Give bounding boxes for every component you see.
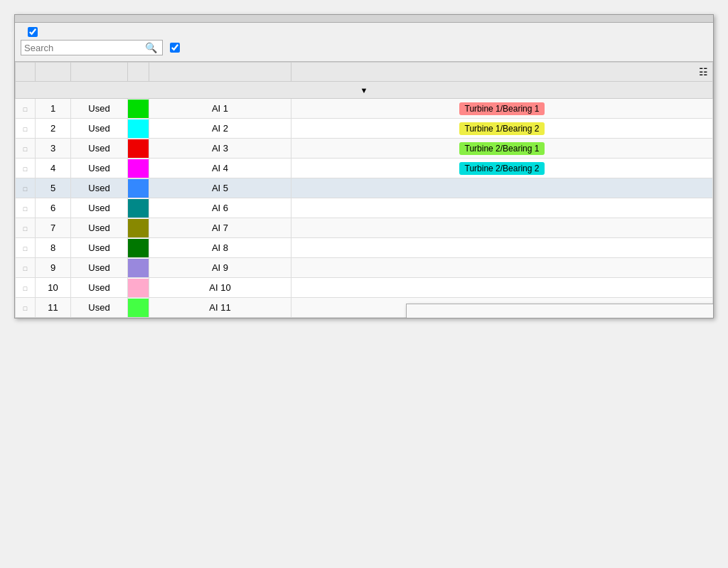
row-color-cell[interactable] (128, 278, 149, 298)
tag-badge[interactable]: Turbine 1/Bearing 2 (459, 122, 545, 135)
collapse-icon[interactable]: ▼ (360, 86, 368, 95)
color-swatch (128, 219, 149, 237)
row-name-cell: AI 9 (149, 258, 291, 278)
color-swatch (128, 100, 149, 118)
color-swatch (128, 279, 149, 297)
table-row[interactable]: □ 4 Used AI 4 Turbine 2/Bearing 2 (16, 159, 713, 178)
search-box[interactable]: 🔍 (21, 40, 163, 55)
row-color-cell[interactable] (128, 139, 149, 159)
row-tag-cell[interactable] (291, 238, 713, 258)
row-id-cell: 7 (36, 218, 71, 238)
row-color-cell[interactable] (128, 198, 149, 218)
group-channels-checkbox-label[interactable] (170, 43, 183, 53)
row-expand-icon: □ (23, 245, 27, 252)
row-used-cell: Used (71, 298, 128, 318)
color-swatch (128, 119, 149, 138)
row-tag-cell[interactable] (291, 198, 713, 218)
tags-header: ☷ (291, 63, 713, 82)
color-swatch (128, 239, 149, 257)
color-swatch (128, 179, 149, 198)
row-name-cell: AI 5 (149, 178, 291, 198)
row-id-cell: 8 (36, 238, 71, 258)
group-header-cell: ▼ (16, 82, 713, 99)
group-channels-checkbox[interactable] (170, 43, 180, 53)
row-color-cell[interactable] (128, 218, 149, 238)
color-swatch (128, 159, 149, 178)
name-header (149, 63, 291, 82)
row-name-cell: AI 6 (149, 198, 291, 218)
search-input[interactable] (24, 43, 145, 53)
row-expand-cell: □ (16, 298, 36, 318)
row-expand-icon: □ (23, 166, 27, 173)
row-expand-icon: □ (23, 285, 27, 292)
row-expand-cell: □ (16, 139, 36, 159)
table-body: ▼ □ 1 Used AI 1 Turbine 1/Bearing 1 □ 2 … (16, 82, 713, 318)
row-expand-cell: □ (16, 119, 36, 139)
row-used-cell: Used (71, 159, 128, 178)
row-used-cell: Used (71, 119, 128, 139)
table-row[interactable]: □ 10 Used AI 10 (16, 278, 713, 298)
tag-badge[interactable]: Turbine 2/Bearing 2 (459, 162, 545, 175)
row-name-cell: AI 11 (149, 298, 291, 318)
row-color-cell[interactable] (128, 298, 149, 318)
show-channel-setup-checkbox[interactable] (28, 27, 38, 37)
row-expand-cell: □ (16, 218, 36, 238)
row-color-cell[interactable] (128, 238, 149, 258)
tag-badge[interactable]: Turbine 2/Bearing 1 (459, 142, 545, 155)
row-expand-icon: □ (23, 225, 27, 232)
tags-header-icon[interactable]: ☷ (699, 66, 708, 77)
row-expand-icon: □ (23, 186, 27, 193)
row-name-cell: AI 3 (149, 139, 291, 159)
row-id-cell: 4 (36, 159, 71, 178)
table-row[interactable]: □ 1 Used AI 1 Turbine 1/Bearing 1 (16, 99, 713, 119)
channel-table: ☷ ▼ □ 1 Used AI 1 Tu (15, 62, 713, 318)
row-name-cell: AI 7 (149, 218, 291, 238)
row-id-cell: 10 (36, 278, 71, 298)
toolbar-row-1 (21, 27, 707, 37)
row-used-cell: Used (71, 139, 128, 159)
row-expand-icon: □ (23, 305, 27, 312)
tag-dropdown[interactable]: ⌄ Turbine 1Turbine 1/Bearing 1Turbine 1/… (406, 304, 713, 318)
row-tag-cell[interactable]: Turbine 1/Bearing 2 (291, 119, 713, 139)
row-id-cell: 3 (36, 139, 71, 159)
row-tag-cell[interactable]: Turbine 2/Bearing 1 (291, 139, 713, 159)
row-used-cell: Used (71, 99, 128, 119)
row-color-cell[interactable] (128, 258, 149, 278)
row-used-cell: Used (71, 278, 128, 298)
row-color-cell[interactable] (128, 119, 149, 139)
table-row[interactable]: □ 9 Used AI 9 (16, 258, 713, 278)
row-tag-cell[interactable] (291, 218, 713, 238)
row-expand-icon: □ (23, 146, 27, 153)
search-icon: 🔍 (145, 42, 157, 53)
row-tag-cell[interactable] (291, 178, 713, 198)
toolbar: 🔍 (15, 23, 713, 61)
color-swatch (128, 259, 149, 277)
table-row[interactable]: □ 8 Used AI 8 (16, 238, 713, 258)
table-row[interactable]: □ 7 Used AI 7 (16, 218, 713, 238)
row-used-cell: Used (71, 198, 128, 218)
row-id-cell: 5 (36, 178, 71, 198)
table-header-row: ☷ (16, 63, 713, 82)
show-channel-setup-checkbox-label[interactable] (28, 27, 41, 37)
row-id-cell: 2 (36, 119, 71, 139)
row-color-cell[interactable] (128, 99, 149, 119)
row-tag-cell[interactable] (291, 258, 713, 278)
table-row[interactable]: □ 6 Used AI 6 (16, 198, 713, 218)
table-container: ☷ ▼ □ 1 Used AI 1 Tu (15, 61, 713, 318)
row-tag-cell[interactable]: Turbine 2/Bearing 2 (291, 159, 713, 178)
tag-badge[interactable]: Turbine 1/Bearing 1 (459, 102, 545, 115)
color-header (128, 63, 149, 82)
row-used-cell: Used (71, 218, 128, 238)
row-id-cell: 6 (36, 198, 71, 218)
table-row[interactable]: □ 2 Used AI 2 Turbine 1/Bearing 2 (16, 119, 713, 139)
table-row[interactable]: □ 5 Used AI 5 (16, 178, 713, 198)
row-expand-cell: □ (16, 159, 36, 178)
row-tag-cell[interactable]: Turbine 1/Bearing 1 (291, 99, 713, 119)
color-swatch (128, 199, 149, 218)
plus-header[interactable] (16, 63, 36, 82)
row-tag-cell[interactable] (291, 278, 713, 298)
row-color-cell[interactable] (128, 159, 149, 178)
table-row[interactable]: □ 3 Used AI 3 Turbine 2/Bearing 1 (16, 139, 713, 159)
row-expand-cell: □ (16, 198, 36, 218)
row-color-cell[interactable] (128, 178, 149, 198)
